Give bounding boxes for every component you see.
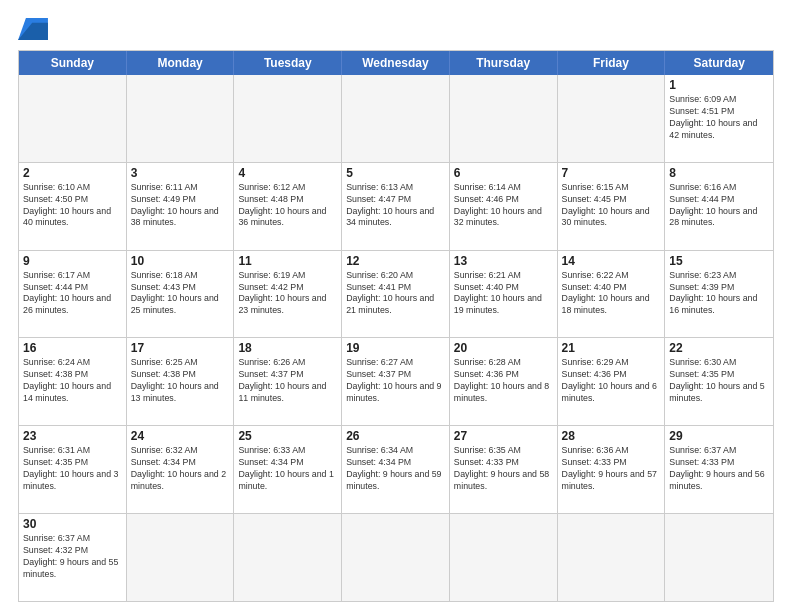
day-number: 9	[23, 254, 122, 268]
calendar-cell-1-3: 5Sunrise: 6:13 AM Sunset: 4:47 PM Daylig…	[342, 163, 450, 250]
cell-info: Sunrise: 6:14 AM Sunset: 4:46 PM Dayligh…	[454, 182, 553, 230]
calendar-cell-2-6: 15Sunrise: 6:23 AM Sunset: 4:39 PM Dayli…	[665, 251, 773, 338]
calendar-cell-3-2: 18Sunrise: 6:26 AM Sunset: 4:37 PM Dayli…	[234, 338, 342, 425]
cell-info: Sunrise: 6:17 AM Sunset: 4:44 PM Dayligh…	[23, 270, 122, 318]
day-number: 24	[131, 429, 230, 443]
calendar-cell-3-5: 21Sunrise: 6:29 AM Sunset: 4:36 PM Dayli…	[558, 338, 666, 425]
cell-info: Sunrise: 6:22 AM Sunset: 4:40 PM Dayligh…	[562, 270, 661, 318]
cell-info: Sunrise: 6:32 AM Sunset: 4:34 PM Dayligh…	[131, 445, 230, 493]
calendar-cell-2-3: 12Sunrise: 6:20 AM Sunset: 4:41 PM Dayli…	[342, 251, 450, 338]
calendar-cell-0-5	[558, 75, 666, 162]
day-number: 12	[346, 254, 445, 268]
header-day-wednesday: Wednesday	[342, 51, 450, 75]
calendar-cell-5-0: 30Sunrise: 6:37 AM Sunset: 4:32 PM Dayli…	[19, 514, 127, 601]
cell-info: Sunrise: 6:33 AM Sunset: 4:34 PM Dayligh…	[238, 445, 337, 493]
header-day-saturday: Saturday	[665, 51, 773, 75]
cell-info: Sunrise: 6:24 AM Sunset: 4:38 PM Dayligh…	[23, 357, 122, 405]
calendar-cell-4-5: 28Sunrise: 6:36 AM Sunset: 4:33 PM Dayli…	[558, 426, 666, 513]
cell-info: Sunrise: 6:16 AM Sunset: 4:44 PM Dayligh…	[669, 182, 769, 230]
day-number: 30	[23, 517, 122, 531]
calendar-cell-5-1	[127, 514, 235, 601]
calendar-cell-4-3: 26Sunrise: 6:34 AM Sunset: 4:34 PM Dayli…	[342, 426, 450, 513]
day-number: 13	[454, 254, 553, 268]
calendar-cell-0-1	[127, 75, 235, 162]
day-number: 26	[346, 429, 445, 443]
calendar-row-5: 30Sunrise: 6:37 AM Sunset: 4:32 PM Dayli…	[19, 513, 773, 601]
day-number: 21	[562, 341, 661, 355]
day-number: 15	[669, 254, 769, 268]
calendar-cell-1-5: 7Sunrise: 6:15 AM Sunset: 4:45 PM Daylig…	[558, 163, 666, 250]
day-number: 7	[562, 166, 661, 180]
calendar-cell-5-6	[665, 514, 773, 601]
header-day-monday: Monday	[127, 51, 235, 75]
day-number: 3	[131, 166, 230, 180]
calendar-cell-0-0	[19, 75, 127, 162]
calendar-cell-3-6: 22Sunrise: 6:30 AM Sunset: 4:35 PM Dayli…	[665, 338, 773, 425]
day-number: 10	[131, 254, 230, 268]
day-number: 19	[346, 341, 445, 355]
day-number: 14	[562, 254, 661, 268]
day-number: 1	[669, 78, 769, 92]
cell-info: Sunrise: 6:18 AM Sunset: 4:43 PM Dayligh…	[131, 270, 230, 318]
day-number: 29	[669, 429, 769, 443]
header-day-sunday: Sunday	[19, 51, 127, 75]
header-day-tuesday: Tuesday	[234, 51, 342, 75]
day-number: 25	[238, 429, 337, 443]
calendar-row-3: 16Sunrise: 6:24 AM Sunset: 4:38 PM Dayli…	[19, 337, 773, 425]
day-number: 11	[238, 254, 337, 268]
calendar-cell-4-1: 24Sunrise: 6:32 AM Sunset: 4:34 PM Dayli…	[127, 426, 235, 513]
cell-info: Sunrise: 6:13 AM Sunset: 4:47 PM Dayligh…	[346, 182, 445, 230]
cell-info: Sunrise: 6:37 AM Sunset: 4:32 PM Dayligh…	[23, 533, 122, 581]
calendar-cell-3-0: 16Sunrise: 6:24 AM Sunset: 4:38 PM Dayli…	[19, 338, 127, 425]
calendar-row-4: 23Sunrise: 6:31 AM Sunset: 4:35 PM Dayli…	[19, 425, 773, 513]
general-blue-logo-icon	[18, 18, 48, 40]
calendar-cell-3-3: 19Sunrise: 6:27 AM Sunset: 4:37 PM Dayli…	[342, 338, 450, 425]
calendar-cell-5-2	[234, 514, 342, 601]
calendar-cell-0-6: 1Sunrise: 6:09 AM Sunset: 4:51 PM Daylig…	[665, 75, 773, 162]
cell-info: Sunrise: 6:31 AM Sunset: 4:35 PM Dayligh…	[23, 445, 122, 493]
cell-info: Sunrise: 6:11 AM Sunset: 4:49 PM Dayligh…	[131, 182, 230, 230]
calendar-cell-2-5: 14Sunrise: 6:22 AM Sunset: 4:40 PM Dayli…	[558, 251, 666, 338]
day-number: 27	[454, 429, 553, 443]
calendar-cell-2-0: 9Sunrise: 6:17 AM Sunset: 4:44 PM Daylig…	[19, 251, 127, 338]
calendar-cell-4-6: 29Sunrise: 6:37 AM Sunset: 4:33 PM Dayli…	[665, 426, 773, 513]
calendar-cell-0-3	[342, 75, 450, 162]
day-number: 8	[669, 166, 769, 180]
cell-info: Sunrise: 6:34 AM Sunset: 4:34 PM Dayligh…	[346, 445, 445, 493]
cell-info: Sunrise: 6:25 AM Sunset: 4:38 PM Dayligh…	[131, 357, 230, 405]
cell-info: Sunrise: 6:28 AM Sunset: 4:36 PM Dayligh…	[454, 357, 553, 405]
day-number: 28	[562, 429, 661, 443]
cell-info: Sunrise: 6:09 AM Sunset: 4:51 PM Dayligh…	[669, 94, 769, 142]
day-number: 2	[23, 166, 122, 180]
cell-info: Sunrise: 6:12 AM Sunset: 4:48 PM Dayligh…	[238, 182, 337, 230]
day-number: 4	[238, 166, 337, 180]
cell-info: Sunrise: 6:21 AM Sunset: 4:40 PM Dayligh…	[454, 270, 553, 318]
calendar-row-0: 1Sunrise: 6:09 AM Sunset: 4:51 PM Daylig…	[19, 75, 773, 162]
calendar-cell-4-2: 25Sunrise: 6:33 AM Sunset: 4:34 PM Dayli…	[234, 426, 342, 513]
logo	[18, 18, 52, 40]
calendar-cell-2-1: 10Sunrise: 6:18 AM Sunset: 4:43 PM Dayli…	[127, 251, 235, 338]
calendar-cell-1-2: 4Sunrise: 6:12 AM Sunset: 4:48 PM Daylig…	[234, 163, 342, 250]
calendar-cell-0-2	[234, 75, 342, 162]
calendar-header: SundayMondayTuesdayWednesdayThursdayFrid…	[19, 51, 773, 75]
calendar-row-2: 9Sunrise: 6:17 AM Sunset: 4:44 PM Daylig…	[19, 250, 773, 338]
day-number: 22	[669, 341, 769, 355]
calendar-cell-5-5	[558, 514, 666, 601]
day-number: 5	[346, 166, 445, 180]
cell-info: Sunrise: 6:26 AM Sunset: 4:37 PM Dayligh…	[238, 357, 337, 405]
calendar: SundayMondayTuesdayWednesdayThursdayFrid…	[18, 50, 774, 602]
cell-info: Sunrise: 6:10 AM Sunset: 4:50 PM Dayligh…	[23, 182, 122, 230]
calendar-cell-4-0: 23Sunrise: 6:31 AM Sunset: 4:35 PM Dayli…	[19, 426, 127, 513]
cell-info: Sunrise: 6:35 AM Sunset: 4:33 PM Dayligh…	[454, 445, 553, 493]
calendar-cell-0-4	[450, 75, 558, 162]
day-number: 18	[238, 341, 337, 355]
calendar-cell-3-1: 17Sunrise: 6:25 AM Sunset: 4:38 PM Dayli…	[127, 338, 235, 425]
calendar-cell-1-6: 8Sunrise: 6:16 AM Sunset: 4:44 PM Daylig…	[665, 163, 773, 250]
cell-info: Sunrise: 6:20 AM Sunset: 4:41 PM Dayligh…	[346, 270, 445, 318]
calendar-cell-1-0: 2Sunrise: 6:10 AM Sunset: 4:50 PM Daylig…	[19, 163, 127, 250]
cell-info: Sunrise: 6:27 AM Sunset: 4:37 PM Dayligh…	[346, 357, 445, 405]
calendar-cell-2-4: 13Sunrise: 6:21 AM Sunset: 4:40 PM Dayli…	[450, 251, 558, 338]
cell-info: Sunrise: 6:37 AM Sunset: 4:33 PM Dayligh…	[669, 445, 769, 493]
logo-area	[18, 18, 52, 40]
cell-info: Sunrise: 6:15 AM Sunset: 4:45 PM Dayligh…	[562, 182, 661, 230]
